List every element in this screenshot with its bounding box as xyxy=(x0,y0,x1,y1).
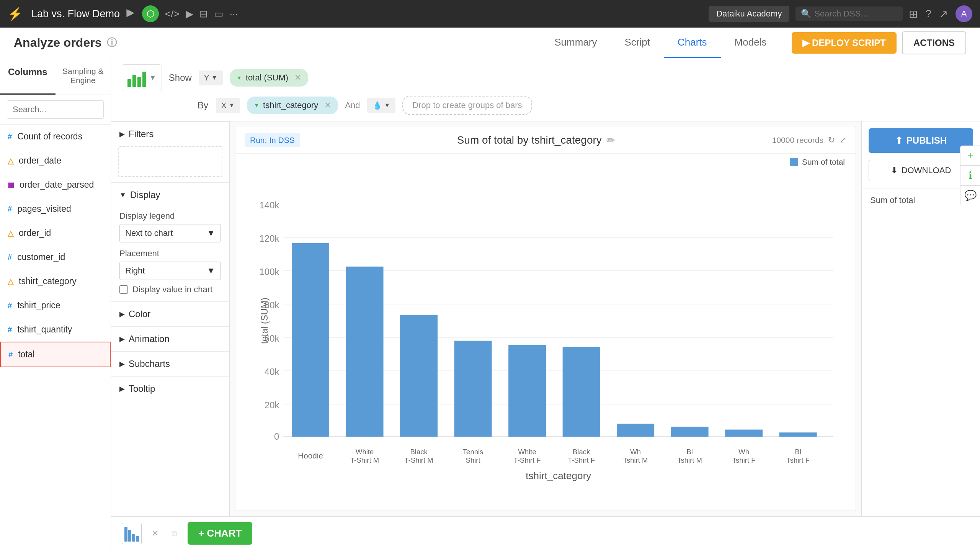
subcharts-header[interactable]: ▶ Subcharts xyxy=(111,352,229,376)
chart-type-selector[interactable]: ▼ xyxy=(122,64,162,91)
display-section: ▼ Display Display legend Next to chart ▼… xyxy=(111,182,229,301)
sidebar-tabs: Columns Sampling & Engine xyxy=(0,58,111,95)
download-button[interactable]: ⬇ DOWNLOAD xyxy=(869,160,973,181)
chart-edit-icon[interactable]: ✏ xyxy=(606,134,615,147)
display-header[interactable]: ▼ Display xyxy=(111,183,229,207)
animation-header[interactable]: ▶ Animation xyxy=(111,327,229,351)
project-name[interactable]: Lab vs. Flow Demo xyxy=(31,8,120,20)
code-icon[interactable]: </> xyxy=(165,8,180,20)
search-box[interactable]: 🔍 xyxy=(795,7,903,21)
nav-models[interactable]: Models xyxy=(721,28,781,58)
display-value-label: Display value in chart xyxy=(132,285,212,295)
drop-zone-groups[interactable]: Drop to create groups of bars xyxy=(402,96,532,115)
column-tshirt-price[interactable]: # tshirt_price xyxy=(0,293,111,318)
svg-text:Wh: Wh xyxy=(630,448,641,456)
refresh-icon[interactable]: ↻ xyxy=(828,135,835,145)
show-value-pill[interactable]: ▼ total (SUM) ✕ xyxy=(230,69,308,87)
by-pill-delete[interactable]: ✕ xyxy=(324,100,331,110)
column-order-date-parsed[interactable]: ▦ order_date_parsed xyxy=(0,173,111,197)
help-icon[interactable]: ? xyxy=(925,8,931,20)
by-axis-dropdown[interactable]: ▼ xyxy=(229,102,235,109)
by-value-pill[interactable]: ▼ tshirt_category ✕ xyxy=(247,97,338,114)
tab-sampling[interactable]: Sampling & Engine xyxy=(56,58,111,95)
publish-button[interactable]: ⬆ PUBLISH xyxy=(869,128,973,153)
copy-chart-icon[interactable]: ⧉ xyxy=(168,527,181,540)
tab-columns[interactable]: Columns xyxy=(0,58,56,95)
chart-legend: Sum of total xyxy=(235,154,856,168)
groups-axis-dropdown[interactable]: ▼ xyxy=(384,102,390,109)
records-count: 10000 records xyxy=(772,136,823,145)
bar-hoodie xyxy=(292,243,329,437)
run-badge: Run: In DSS xyxy=(245,133,300,147)
svg-text:Tshirt M: Tshirt M xyxy=(677,456,702,464)
apps-grid-icon[interactable]: ⊞ xyxy=(909,8,918,20)
bar-black-tshirt-m xyxy=(400,315,438,437)
green-dataiku-icon[interactable]: ⬡ xyxy=(142,5,159,22)
by-axis-badge: X ▼ xyxy=(216,98,240,113)
deploy-script-button[interactable]: ▶ DEPLOY SCRIPT xyxy=(792,32,897,54)
color-section: ▶ Color xyxy=(111,301,229,326)
forward-icon[interactable]: ⯈ xyxy=(126,8,136,20)
run-icon[interactable]: ▶ xyxy=(186,8,193,20)
hash-icon-total: # xyxy=(8,350,13,359)
svg-text:40k: 40k xyxy=(265,367,279,377)
tooltip-header[interactable]: ▶ Tooltip xyxy=(111,376,229,401)
svg-text:0: 0 xyxy=(274,431,279,442)
top-nav: ⚡ Lab vs. Flow Demo ⯈ ⬡ </> ▶ ⊟ ▭ ··· Da… xyxy=(0,0,980,28)
workspace-selector[interactable]: Dataiku Academy xyxy=(709,6,789,22)
svg-text:T-Shirt F: T-Shirt F xyxy=(568,456,595,464)
actions-button[interactable]: ACTIONS xyxy=(902,31,966,54)
legend-select[interactable]: Next to chart ▼ xyxy=(119,224,221,242)
avatar[interactable]: A xyxy=(956,5,972,22)
warning-icon-order-id: △ xyxy=(8,229,13,238)
right-float-chat[interactable]: 💬 xyxy=(960,185,980,205)
hash-icon-tshirt-price: # xyxy=(8,301,12,310)
add-chart-button[interactable]: + CHART xyxy=(188,522,252,545)
svg-text:T-Shirt M: T-Shirt M xyxy=(405,456,433,464)
delete-chart-icon[interactable]: ✕ xyxy=(149,527,162,540)
show-axis-dropdown[interactable]: ▼ xyxy=(211,74,217,81)
column-tshirt-quantity[interactable]: # tshirt_quantity xyxy=(0,318,111,342)
column-customer-id[interactable]: # customer_id xyxy=(0,245,111,269)
filters-arrow: ▶ xyxy=(119,130,125,138)
placement-select[interactable]: Right ▼ xyxy=(119,262,221,280)
info-icon[interactable]: ⓘ xyxy=(107,36,117,49)
grid-layout-icon[interactable]: ⊟ xyxy=(199,8,208,20)
show-pill-delete[interactable]: ✕ xyxy=(294,73,301,83)
chart-thumbnail[interactable] xyxy=(122,523,142,544)
bar-wh-tshirt-f xyxy=(725,430,763,437)
svg-text:Wh: Wh xyxy=(738,448,749,456)
nav-charts[interactable]: Charts xyxy=(664,28,721,58)
column-search-input[interactable] xyxy=(7,100,104,119)
nav-script[interactable]: Script xyxy=(611,28,664,58)
subcharts-section: ▶ Subcharts xyxy=(111,351,229,376)
column-tshirt-category[interactable]: △ tshirt_category xyxy=(0,269,111,293)
trend-icon[interactable]: ↗ xyxy=(939,8,948,20)
more-icon[interactable]: ··· xyxy=(230,8,238,20)
hash-icon-tshirt-qty: # xyxy=(8,325,12,334)
svg-text:Bl: Bl xyxy=(686,448,693,456)
show-axis-badge: Y ▼ xyxy=(199,70,223,85)
column-count-of-records[interactable]: # Count of records xyxy=(0,124,111,149)
search-icon: 🔍 xyxy=(801,9,811,19)
expand-icon[interactable]: ⤢ xyxy=(840,135,846,145)
drop-icon: 💧 xyxy=(372,101,382,110)
bar-chart-svg: 140k 120k 100k 80k 60k 40k 20k 0 xyxy=(258,172,842,503)
right-float-info[interactable]: ℹ xyxy=(960,165,980,185)
nav-summary[interactable]: Summary xyxy=(541,28,611,58)
display-value-checkbox[interactable] xyxy=(119,285,128,294)
column-order-date[interactable]: △ order_date xyxy=(0,149,111,173)
chart-type-dropdown-icon: ▼ xyxy=(149,74,156,82)
svg-text:White: White xyxy=(356,448,374,456)
search-input[interactable] xyxy=(814,9,891,19)
column-pages-visited[interactable]: # pages_visited xyxy=(0,197,111,221)
svg-text:T-Shirt F: T-Shirt F xyxy=(514,456,541,464)
right-float-plus[interactable]: + xyxy=(960,146,980,165)
screen-icon[interactable]: ▭ xyxy=(214,8,224,20)
svg-text:Tshirt M: Tshirt M xyxy=(623,456,648,464)
color-header[interactable]: ▶ Color xyxy=(111,302,229,326)
column-total[interactable]: # total xyxy=(0,342,111,367)
filters-header[interactable]: ▶ Filters xyxy=(111,122,229,146)
display-arrow: ▼ xyxy=(119,191,126,199)
column-order-id[interactable]: △ order_id xyxy=(0,221,111,245)
